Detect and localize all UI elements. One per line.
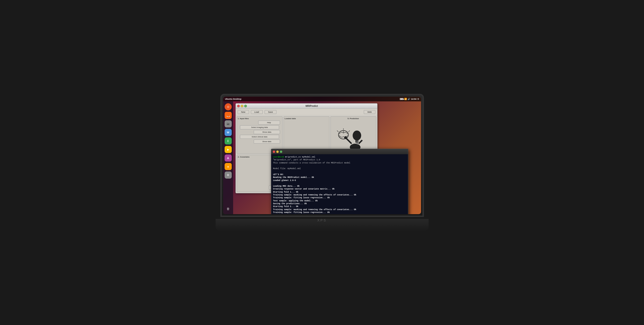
terminal-line-3: Model file: myModel.xml [273, 167, 406, 170]
sidebar-item-calc[interactable]: Σ [224, 137, 232, 145]
sidebar-item-files[interactable]: 🗂 [224, 120, 232, 127]
terminal-line-11: Starting fold 1... Ok [273, 191, 406, 194]
svg-line-7 [337, 131, 338, 132]
sidebar-ubuntu-button[interactable]: ⊙ [224, 103, 232, 110]
terminal-minimize-button[interactable] [276, 150, 279, 153]
topbar: Ubuntu Desktop 📶 🔊 14:04 ⚙ [223, 97, 421, 101]
sidebar-item-firefox[interactable]: 🦊 [224, 112, 232, 119]
terminal-window: user@bcn$ mripredict_cv myModel.xml "mri… [271, 149, 408, 214]
input-files-title: 1. Input files [238, 118, 282, 120]
terminal-line-1: This command conducts a cross-validation… [273, 162, 406, 164]
terminal-line-8 [273, 182, 406, 185]
terminal-line-0: "mripredict_cv", part of MRIPredict 1.0 [273, 158, 406, 161]
laptop: Ubuntu Desktop 📶 🔊 14:04 ⚙ ⊙ 🦊 [216, 94, 428, 231]
new-button[interactable]: New [238, 110, 249, 114]
terminal-command-line: user@bcn$ mripredict_cv myModel.xml [273, 156, 406, 158]
terminal-close-button[interactable] [273, 150, 275, 153]
terminal-line-17: Training sample: masking and removing th… [273, 208, 406, 211]
ubuntu-desktop: Ubuntu Desktop 📶 🔊 14:04 ⚙ ⊙ 🦊 [223, 97, 421, 214]
laptop-screen: Ubuntu Desktop 📶 🔊 14:04 ⚙ ⊙ 🦊 [223, 97, 421, 214]
terminal-prompt: user@bcn$ [273, 156, 284, 158]
terminal-line-16: Starting fold 2... Ok [273, 205, 406, 208]
topbar-label: Ubuntu Desktop [225, 98, 242, 100]
mripredict-titlebar: MRIPredict [236, 104, 377, 109]
show-imaging-button[interactable]: Show data [254, 130, 280, 134]
clock: 14:04 [411, 98, 416, 100]
prediction-panel: 5. Prediction [330, 116, 376, 154]
input-files-panel: 1. Input files Help Select imaging data … [237, 116, 282, 154]
sidebar-trash[interactable]: 🗑 [224, 205, 232, 212]
terminal-line-15: Saving the predictions... Ok [273, 202, 406, 205]
help-button[interactable]: Help [258, 121, 280, 125]
web-button[interactable]: Web [364, 110, 375, 114]
battery-icon [400, 98, 404, 100]
svg-line-3 [346, 138, 352, 144]
terminal-body: user@bcn$ mripredict_cv myModel.xml "mri… [271, 154, 408, 214]
desktop-content: MRIPredict New Load Save Web 1. [233, 101, 421, 214]
mripredict-minimize-button[interactable] [241, 105, 243, 107]
laptop-brand: XPS [317, 218, 326, 222]
loaded-data-title: Loaded data [285, 118, 328, 120]
sidebar-item-font[interactable]: A [224, 154, 232, 162]
sidebar-item-amazon[interactable]: a [224, 163, 232, 170]
terminal-line-12: Training sample: masking and removing th… [273, 194, 406, 196]
terminal-line-13: Training sample: fitting lasso regressio… [273, 196, 406, 199]
terminal-line-14: Test sample: applying the model... Ok [273, 199, 406, 202]
mripredict-close-button[interactable] [237, 105, 240, 107]
select-clinical-button[interactable]: Select clinical data [240, 135, 279, 139]
power-icon: ⚙ [417, 98, 419, 100]
laptop-screen-body: Ubuntu Desktop 📶 🔊 14:04 ⚙ ⊙ 🦊 [220, 94, 424, 217]
svg-line-10 [358, 140, 362, 144]
terminal-output: "mripredict_cv", part of MRIPredict 1.0T… [273, 158, 406, 214]
svg-point-1 [353, 131, 361, 140]
sidebar-item-impress[interactable]: ▶ [224, 146, 232, 153]
save-button[interactable]: Save [264, 110, 277, 114]
topbar-status: 📶 🔊 14:04 ⚙ [400, 98, 419, 100]
ubuntu-sidebar: ⊙ 🦊 🗂 W Σ ▶ A a ⚙ 🗑 [223, 101, 233, 214]
prediction-title: 5. Prediction [348, 118, 359, 120]
sidebar-item-settings[interactable]: ⚙ [224, 171, 232, 179]
terminal-command: mripredict_cv myModel.xml [284, 156, 315, 158]
laptop-hinge [216, 217, 428, 219]
laptop-base: XPS [216, 217, 428, 231]
loaded-data-panel: Loaded data [284, 116, 330, 154]
sidebar-item-writer[interactable]: W [224, 129, 232, 136]
terminal-line-6: Reading the MRIPredict model... Ok [273, 176, 406, 179]
select-imaging-button[interactable]: Select imaging data [240, 125, 279, 129]
terminal-line-4 [273, 170, 406, 173]
terminal-titlebar [271, 149, 408, 154]
mripredict-title: MRIPredict [248, 105, 376, 107]
svg-line-9 [348, 131, 350, 132]
mripredict-maximize-button[interactable] [244, 105, 247, 107]
terminal-line-7: Loaded glmnet 2.0-5 [273, 179, 406, 182]
terminal-line-5: LET'S GO: [273, 173, 406, 176]
volume-icon: 🔊 [408, 98, 410, 100]
terminal-line-2 [273, 164, 406, 167]
brain-figure [332, 121, 375, 153]
show-clinical-button[interactable]: Show data [254, 140, 280, 144]
mripredict-toolbar: New Load Save Web [236, 109, 377, 115]
wifi-icon: 📶 [404, 98, 407, 100]
terminal-line-9: Loading MRI data... Ok [273, 185, 406, 188]
terminal-line-19: Test sample: applying the model... Ok [273, 214, 406, 214]
terminal-maximize-button[interactable] [280, 150, 282, 153]
terminal-line-10: Creating response vector and covariate m… [273, 188, 406, 190]
terminal-line-18: Training sample: fitting lasso regressio… [273, 211, 406, 214]
load-button[interactable]: Load [251, 110, 263, 114]
